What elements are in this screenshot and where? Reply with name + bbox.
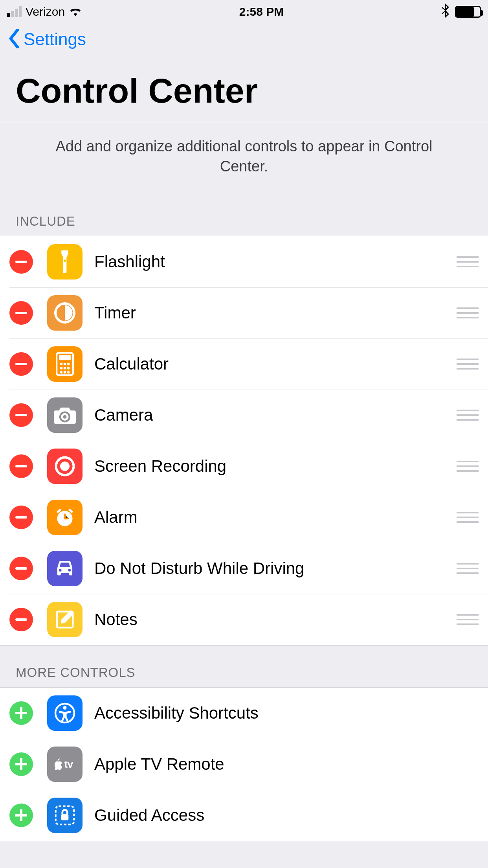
svg-point-9 — [60, 367, 63, 370]
row-label: Do Not Disturb While Driving — [94, 559, 449, 578]
svg-point-12 — [60, 371, 63, 373]
add-button[interactable] — [9, 752, 33, 776]
svg-point-8 — [67, 362, 70, 365]
accessibility-icon — [47, 695, 83, 731]
add-button[interactable] — [9, 804, 33, 827]
row-label: Notes — [94, 610, 449, 629]
signal-bars-icon — [7, 6, 22, 17]
remove-button[interactable] — [9, 557, 33, 580]
list-item-alarm: Alarm — [0, 492, 488, 543]
calculator-icon — [47, 346, 83, 382]
row-label: Apple TV Remote — [94, 755, 479, 774]
list-item-screen-recording: Screen Recording — [0, 441, 488, 492]
row-label: Accessibility Shortcuts — [94, 704, 479, 723]
include-list: Flashlight Timer Calculator Camera — [0, 236, 488, 645]
remove-button[interactable] — [9, 250, 33, 274]
svg-rect-5 — [59, 355, 71, 360]
row-label: Calculator — [94, 355, 449, 373]
svg-rect-0 — [15, 261, 27, 263]
row-label: Timer — [94, 303, 449, 322]
row-label: Flashlight — [94, 252, 449, 271]
row-label: Alarm — [94, 508, 449, 527]
list-item-accessibility-shortcuts: Accessibility Shortcuts — [0, 688, 488, 739]
remove-button[interactable] — [9, 454, 33, 478]
svg-point-6 — [60, 362, 63, 365]
reorder-handle-icon[interactable] — [457, 410, 479, 421]
reorder-handle-icon[interactable] — [457, 256, 479, 267]
screen-recording-icon — [47, 449, 83, 484]
more-controls-list: Accessibility Shortcuts tv Apple TV Remo… — [0, 687, 488, 841]
reorder-handle-icon[interactable] — [457, 307, 479, 318]
camera-icon — [47, 397, 83, 433]
reorder-handle-icon[interactable] — [457, 614, 479, 625]
remove-button[interactable] — [9, 506, 33, 529]
svg-rect-18 — [15, 465, 27, 467]
svg-rect-15 — [15, 414, 27, 416]
list-item-apple-tv-remote: tv Apple TV Remote — [0, 739, 488, 790]
svg-point-11 — [67, 367, 70, 370]
reorder-handle-icon[interactable] — [457, 512, 479, 523]
svg-point-13 — [64, 371, 66, 373]
status-bar: Verizon 2:58 PM — [0, 0, 488, 24]
reorder-handle-icon[interactable] — [457, 461, 479, 472]
svg-point-29 — [63, 706, 67, 710]
apple-tv-icon: tv — [47, 747, 83, 782]
svg-text:tv: tv — [64, 759, 73, 770]
svg-point-17 — [63, 415, 67, 419]
remove-button[interactable] — [9, 403, 33, 427]
list-item-guided-access: Guided Access — [0, 790, 488, 841]
svg-point-7 — [64, 362, 66, 365]
page-title: Control Center — [0, 55, 488, 122]
battery-icon — [455, 6, 481, 18]
svg-point-10 — [64, 367, 66, 370]
wifi-icon — [69, 5, 82, 19]
clock-label: 2:58 PM — [239, 5, 284, 18]
alarm-icon — [47, 500, 83, 535]
description-text: Add and organize additional controls to … — [0, 122, 488, 194]
svg-rect-23 — [15, 567, 27, 570]
reorder-handle-icon[interactable] — [457, 563, 479, 574]
car-icon — [47, 551, 83, 586]
svg-point-20 — [60, 462, 70, 471]
remove-button[interactable] — [9, 352, 33, 376]
carrier-label: Verizon — [26, 5, 65, 18]
back-label: Settings — [24, 29, 86, 49]
bluetooth-icon — [441, 4, 449, 20]
list-item-timer: Timer — [0, 287, 488, 338]
svg-rect-32 — [61, 814, 69, 820]
section-header-include: Include — [0, 214, 488, 236]
row-label: Camera — [94, 406, 449, 425]
reorder-handle-icon[interactable] — [457, 359, 479, 370]
list-item-dnd-driving: Do Not Disturb While Driving — [0, 543, 488, 594]
add-button[interactable] — [9, 701, 33, 725]
timer-icon — [47, 295, 83, 331]
remove-button[interactable] — [9, 608, 33, 631]
svg-rect-1 — [15, 312, 27, 314]
row-label: Screen Recording — [94, 457, 449, 476]
list-item-flashlight: Flashlight — [0, 236, 488, 287]
remove-button[interactable] — [9, 301, 33, 325]
svg-rect-3 — [15, 363, 27, 365]
svg-point-25 — [68, 569, 71, 572]
notes-icon — [47, 602, 83, 637]
flashlight-icon — [47, 244, 83, 280]
guided-access-icon — [47, 798, 83, 833]
list-item-notes: Notes — [0, 594, 488, 645]
svg-rect-26 — [15, 618, 27, 621]
list-item-calculator: Calculator — [0, 338, 488, 390]
row-label: Guided Access — [94, 806, 479, 825]
back-button[interactable]: Settings — [0, 24, 488, 55]
svg-point-14 — [67, 371, 70, 373]
svg-rect-21 — [15, 516, 27, 519]
svg-point-24 — [59, 569, 62, 572]
section-header-more: More Controls — [0, 665, 488, 687]
chevron-left-icon — [6, 29, 22, 50]
list-item-camera: Camera — [0, 390, 488, 441]
